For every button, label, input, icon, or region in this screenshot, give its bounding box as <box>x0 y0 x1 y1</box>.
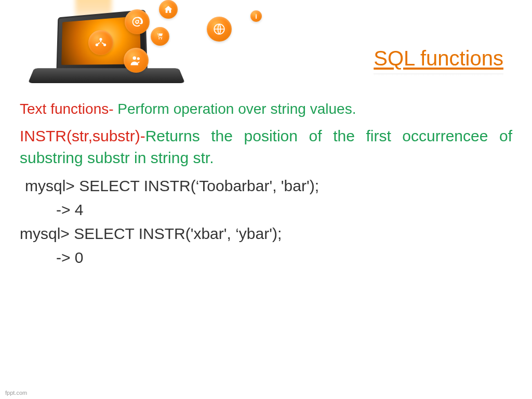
code-query-1: mysql> SELECT INSTR(‘Toobarbar', 'bar'); <box>20 175 512 197</box>
people-icon <box>124 48 149 73</box>
network-icon <box>88 30 113 55</box>
home-icon <box>159 0 178 19</box>
info-icon: i <box>250 10 262 22</box>
header-graphic: i <box>21 0 239 83</box>
text-functions-desc: Perform operation over string values. <box>117 101 356 117</box>
code-result-1: -> 4 <box>20 199 512 221</box>
instr-signature: INSTR(str,substr)- <box>20 127 145 144</box>
cart-icon <box>151 27 169 46</box>
svg-point-0 <box>99 38 102 41</box>
svg-point-3 <box>133 56 137 60</box>
slide-title: SQL functions <box>374 47 503 72</box>
text-functions-intro: Text functions- Perform operation over s… <box>20 99 512 119</box>
slide-content: Text functions- Perform operation over s… <box>20 99 512 271</box>
globe-icon <box>207 17 232 42</box>
text-functions-label: Text functions- <box>20 101 117 117</box>
footer-watermark: fppt.com <box>5 390 27 396</box>
code-query-2: mysql> SELECT INSTR('xbar', ‘ybar'); <box>20 223 512 245</box>
at-icon <box>125 9 150 34</box>
code-result-2: -> 0 <box>20 247 512 269</box>
svg-point-4 <box>137 57 140 60</box>
instr-description: INSTR(str,substr)-Returns the position o… <box>20 125 512 169</box>
